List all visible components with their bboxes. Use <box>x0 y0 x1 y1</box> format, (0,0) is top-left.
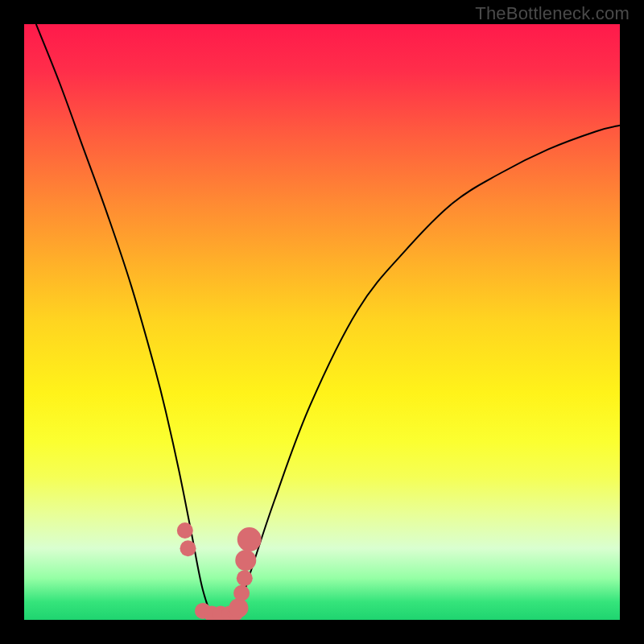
highlight-point <box>229 598 248 617</box>
bottleneck-curve <box>36 24 620 620</box>
curve-layer <box>24 24 620 620</box>
highlight-markers <box>177 522 262 620</box>
highlight-point <box>237 570 253 586</box>
highlight-point <box>235 550 256 571</box>
watermark-text: TheBottleneck.com <box>475 3 630 24</box>
chart-frame: TheBottleneck.com <box>0 0 644 644</box>
highlight-point <box>177 522 193 539</box>
highlight-point <box>233 585 250 601</box>
highlight-point <box>237 527 262 551</box>
plot-area <box>24 24 620 620</box>
highlight-point <box>180 540 196 556</box>
